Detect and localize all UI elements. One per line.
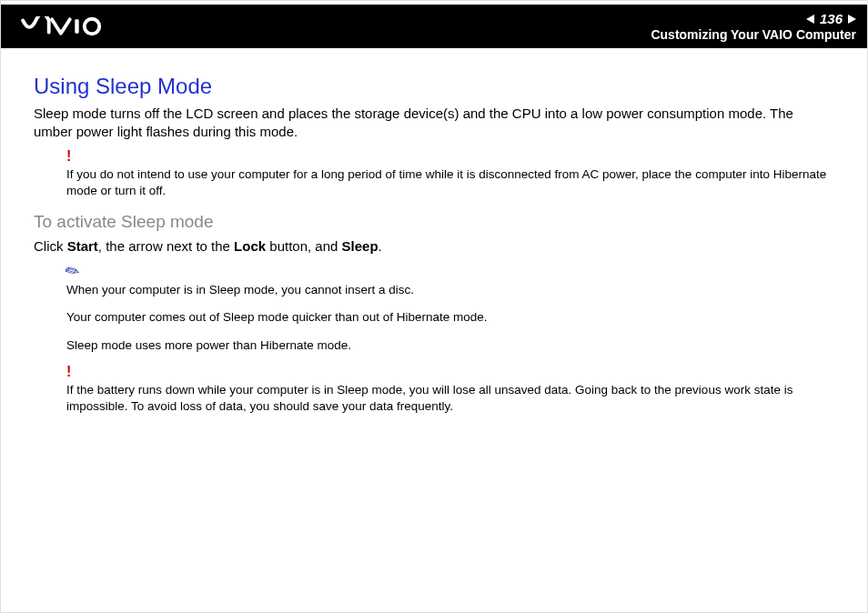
prev-page-icon[interactable] [806, 15, 814, 24]
step-mid2: button, and [266, 238, 341, 254]
step-suffix: . [378, 238, 382, 254]
warning-icon: ! [66, 149, 834, 164]
intro-text: Sleep mode turns off the LCD screen and … [34, 105, 834, 142]
warning-block-1: ! If you do not intend to use your compu… [34, 149, 834, 199]
svg-point-1 [85, 19, 100, 35]
subtitle: To activate Sleep mode [34, 212, 834, 232]
next-page-icon[interactable] [848, 15, 856, 24]
warning-icon: ! [66, 365, 834, 379]
tip-text-1: When your computer is in Sleep mode, you… [66, 282, 834, 298]
page-number: 136 [820, 11, 843, 27]
header-right: 136 Customizing Your VAIO Computer [651, 11, 856, 43]
step-prefix: Click [34, 238, 67, 254]
page-title: Using Sleep Mode [34, 74, 834, 99]
page-header: 136 Customizing Your VAIO Computer [1, 5, 867, 48]
step-mid1: , the arrow next to the [98, 238, 234, 254]
page-nav: 136 [651, 11, 856, 27]
section-name: Customizing Your VAIO Computer [651, 27, 856, 43]
step-sleep: Sleep [342, 238, 378, 254]
step-lock: Lock [234, 238, 266, 254]
tip-block: ✎ When your computer is in Sleep mode, y… [34, 263, 834, 415]
tip-text-2: Your computer comes out of Sleep mode qu… [66, 309, 834, 326]
pencil-icon: ✎ [66, 263, 834, 279]
svg-rect-0 [75, 19, 78, 33]
warning-text-2: If the battery runs down while your comp… [66, 382, 834, 415]
page-content: Using Sleep Mode Sleep mode turns off th… [1, 48, 867, 415]
tip-text-3: Sleep mode uses more power than Hibernat… [66, 337, 834, 354]
step-start: Start [67, 238, 98, 254]
vaio-logo [17, 16, 126, 36]
warning-text-1: If you do not intend to use your compute… [66, 166, 834, 199]
step-text: Click Start, the arrow next to the Lock … [34, 237, 834, 256]
